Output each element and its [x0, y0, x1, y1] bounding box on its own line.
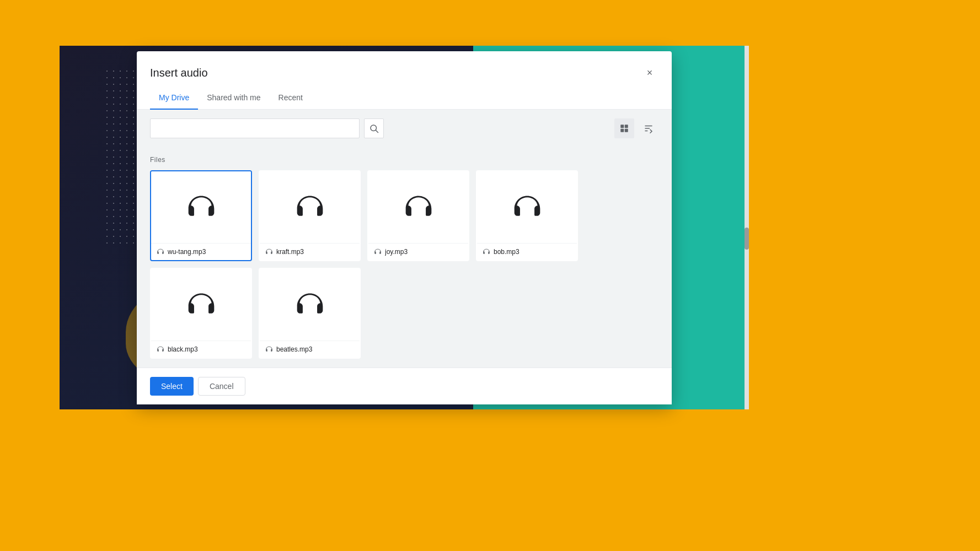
- audio-file-icon-kraft: [265, 248, 273, 256]
- audio-file-icon-beatles: [265, 345, 273, 353]
- headphone-icon-kraft: [294, 192, 325, 223]
- tab-recent[interactable]: Recent: [270, 87, 312, 110]
- svg-rect-3: [625, 125, 628, 128]
- files-section-label: Files: [150, 156, 658, 164]
- sort-button[interactable]: [639, 118, 658, 138]
- file-item-black[interactable]: black.mp3: [150, 268, 252, 359]
- file-name-joy: joy.mp3: [385, 248, 408, 256]
- file-name-row-black: black.mp3: [151, 341, 251, 358]
- search-icon: [369, 123, 379, 133]
- file-name-black: black.mp3: [168, 345, 198, 353]
- svg-line-1: [376, 130, 378, 132]
- file-thumbnail-kraft: [260, 171, 360, 243]
- search-button[interactable]: [364, 118, 384, 138]
- modal-footer: Select Cancel: [137, 368, 672, 404]
- tab-bar: My Drive Shared with me Recent: [137, 87, 672, 110]
- modal-title: Insert audio: [150, 67, 208, 79]
- file-name-bob: bob.mp3: [494, 248, 520, 256]
- file-name-row-kraft: kraft.mp3: [260, 243, 360, 260]
- svg-point-0: [371, 125, 377, 131]
- file-name-row-joy: joy.mp3: [368, 243, 468, 260]
- grid-view-button[interactable]: [614, 118, 634, 138]
- search-bar: [137, 110, 672, 147]
- file-item-wu-tang[interactable]: wu-tang.mp3: [150, 170, 252, 261]
- audio-file-icon-joy: [374, 248, 382, 256]
- audio-file-icon-black: [157, 345, 164, 353]
- file-thumbnail-black: [151, 269, 251, 341]
- search-input[interactable]: [150, 118, 360, 138]
- file-thumbnail-beatles: [260, 269, 360, 341]
- file-name-kraft: kraft.mp3: [276, 248, 304, 256]
- svg-rect-4: [620, 128, 624, 132]
- svg-rect-5: [625, 128, 628, 132]
- file-thumbnail-joy: [368, 171, 468, 243]
- tab-shared-with-me[interactable]: Shared with me: [198, 87, 269, 110]
- headphone-icon-beatles: [294, 289, 325, 320]
- modal-header: Insert audio ×: [137, 51, 672, 82]
- file-name-row-beatles: beatles.mp3: [260, 341, 360, 358]
- select-button[interactable]: Select: [150, 377, 194, 396]
- file-name-row-bob: bob.mp3: [477, 243, 577, 260]
- file-name-beatles: beatles.mp3: [276, 345, 312, 353]
- sort-icon: [644, 123, 654, 133]
- file-item-beatles[interactable]: beatles.mp3: [259, 268, 361, 359]
- headphone-icon: [186, 192, 217, 223]
- audio-file-icon-bob: [483, 248, 490, 256]
- headphone-icon-joy: [403, 192, 434, 223]
- file-name-wu-tang: wu-tang.mp3: [168, 248, 206, 256]
- file-name-row-wu-tang: wu-tang.mp3: [151, 243, 251, 260]
- audio-file-icon: [157, 248, 164, 256]
- file-thumbnail-wu-tang: [151, 171, 251, 243]
- files-area: Files wu-tang.mp3: [137, 147, 672, 368]
- close-button[interactable]: ×: [641, 64, 658, 82]
- files-grid: wu-tang.mp3: [150, 170, 658, 359]
- headphone-icon-black: [186, 289, 217, 320]
- grid-view-icon: [619, 123, 629, 133]
- cancel-button[interactable]: Cancel: [198, 377, 245, 396]
- file-item-kraft[interactable]: kraft.mp3: [259, 170, 361, 261]
- file-item-bob[interactable]: bob.mp3: [476, 170, 578, 261]
- file-item-joy[interactable]: joy.mp3: [367, 170, 469, 261]
- tab-my-drive[interactable]: My Drive: [150, 87, 198, 110]
- file-thumbnail-bob: [477, 171, 577, 243]
- headphone-icon-bob: [512, 192, 543, 223]
- svg-rect-2: [620, 125, 624, 128]
- insert-audio-dialog: Insert audio × My Drive Shared with me R…: [137, 51, 672, 404]
